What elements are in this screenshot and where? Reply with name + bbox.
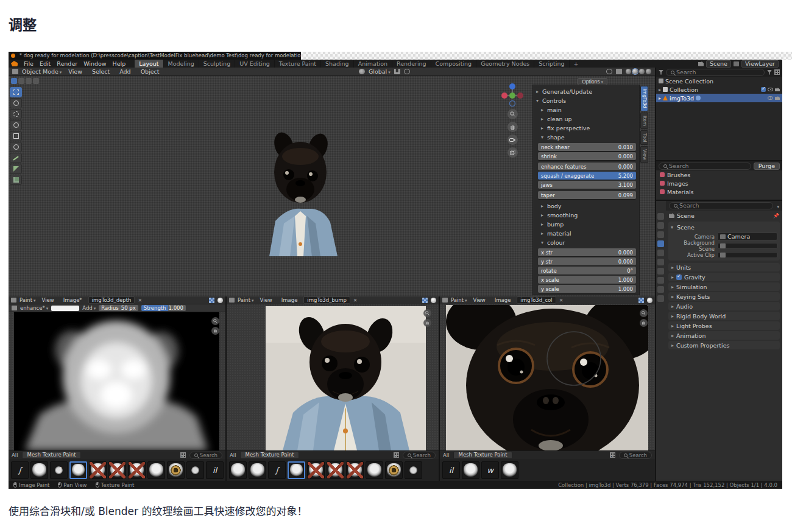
texture-thumbnail[interactable] xyxy=(307,461,325,479)
workspace-tab[interactable]: Sculpting xyxy=(199,60,235,68)
properties-search[interactable]: Search xyxy=(669,202,773,209)
orphan-search[interactable]: Search xyxy=(659,163,751,170)
pin-icon[interactable]: 📌 xyxy=(773,213,779,219)
menu-item[interactable]: File xyxy=(21,60,37,67)
orphan-item[interactable]: Brushes xyxy=(656,170,782,179)
zoom-icon[interactable] xyxy=(640,309,648,317)
unlink-icon[interactable]: ✕ xyxy=(559,298,564,303)
collapsed-panel[interactable]: ▸Audio xyxy=(668,302,780,310)
viewport-menu-item[interactable]: View xyxy=(65,68,85,75)
move-tool[interactable] xyxy=(10,109,22,119)
mode-icon[interactable] xyxy=(18,78,24,84)
brush-icon[interactable] xyxy=(431,298,436,303)
slider[interactable]: rotate0° xyxy=(538,267,636,275)
outliner-search[interactable]: Search xyxy=(666,69,765,76)
subpanel-shape[interactable]: ▾shape xyxy=(536,133,636,142)
shelf-search[interactable]: Search xyxy=(619,452,652,459)
texture-thumbnail[interactable] xyxy=(462,461,479,479)
slider[interactable]: neck shear0.010 xyxy=(538,143,636,151)
cursor-tool[interactable] xyxy=(10,98,22,108)
texture-thumbnail[interactable] xyxy=(405,461,422,479)
workspace-tab[interactable]: Compositing xyxy=(431,60,477,68)
image-menu[interactable]: Image xyxy=(492,297,514,303)
filter-icon[interactable] xyxy=(659,70,663,75)
editor-type-icon[interactable] xyxy=(442,298,448,303)
filter-dropdown-icon[interactable] xyxy=(767,70,772,75)
field-value[interactable]: Camera xyxy=(717,233,777,240)
workspace-tab[interactable]: Texture Paint xyxy=(275,60,321,68)
image-datablock[interactable]: imgTo3d_depth xyxy=(88,296,135,304)
annotate-tool[interactable] xyxy=(10,153,22,163)
view-menu[interactable]: View xyxy=(470,297,489,303)
unlink-icon[interactable]: ✕ xyxy=(353,298,358,303)
viewlayer-selector[interactable]: ViewLayer xyxy=(741,60,779,68)
pan-hand-icon[interactable] xyxy=(640,319,648,327)
pan-hand-icon[interactable] xyxy=(423,319,431,327)
texture-thumbnail[interactable]: 4 xyxy=(50,461,68,479)
texture-thumbnail[interactable] xyxy=(167,461,185,479)
display-mode-icon[interactable] xyxy=(610,452,615,458)
texture-thumbnail[interactable]: ∫ xyxy=(11,461,29,479)
blend-mode-dropdown[interactable]: Add xyxy=(82,305,96,311)
modifier-wrench-icon[interactable] xyxy=(696,96,701,100)
navigation-gizmo[interactable] xyxy=(495,82,529,158)
workspace-tab[interactable]: Shading xyxy=(321,60,354,68)
collapsed-panel[interactable]: ▸Keying Sets xyxy=(668,292,780,301)
proportional-edit-icon[interactable] xyxy=(404,69,410,74)
texture-thumbnail[interactable] xyxy=(128,461,146,479)
subpanel-header[interactable]: ▸material xyxy=(536,229,636,238)
workspace-tab[interactable]: Animation xyxy=(354,60,392,68)
slider[interactable]: y scale1.000 xyxy=(538,285,636,293)
add-cube-tool[interactable] xyxy=(10,175,22,185)
shelf-search[interactable]: Search xyxy=(189,452,222,459)
panel-controls[interactable]: ▾Controls xyxy=(536,96,636,105)
transform-tool[interactable] xyxy=(10,142,22,152)
shelf-category-tab[interactable]: Mesh Texture Paint xyxy=(453,451,513,459)
orphan-item[interactable]: Materials xyxy=(656,187,782,196)
camera-view-icon[interactable] xyxy=(507,135,518,145)
visibility-eye-icon[interactable] xyxy=(768,88,773,91)
workspace-tab[interactable]: Rendering xyxy=(392,60,431,68)
scene-selector[interactable]: Scene xyxy=(706,60,731,68)
viewport-menu-item[interactable]: Object xyxy=(138,68,163,75)
workspace-tab[interactable]: Geometry Nodes xyxy=(476,60,534,68)
texture-thumbnail[interactable]: w xyxy=(481,461,499,479)
subpanel-header[interactable]: ▸bump xyxy=(536,220,636,229)
editor-mode-icons[interactable] xyxy=(11,78,39,84)
editor-type-icon[interactable] xyxy=(12,69,18,74)
constraints-tab-icon[interactable] xyxy=(657,286,664,293)
shading-mode-switch[interactable] xyxy=(626,69,651,74)
paint-mode-dropdown[interactable]: Paint xyxy=(451,297,467,303)
brush-name[interactable]: enhance* xyxy=(20,305,48,311)
subpanel-header[interactable]: ▸body xyxy=(536,201,636,211)
texture-thumbnail[interactable] xyxy=(186,461,204,479)
editor-type-icon[interactable] xyxy=(229,298,235,303)
zoom-icon[interactable] xyxy=(211,317,219,325)
texture-thumbnail[interactable]: il xyxy=(206,461,224,479)
image-menu[interactable]: Image* xyxy=(60,297,85,303)
object-tab-icon[interactable] xyxy=(657,259,664,265)
slider[interactable]: jaws3.100 xyxy=(538,181,636,189)
filter-dropdown[interactable] xyxy=(776,203,779,209)
texture-thumbnail[interactable]: il xyxy=(442,461,460,479)
orientation-dropdown[interactable]: Global xyxy=(369,68,391,75)
texture-thumbnail[interactable] xyxy=(327,461,344,479)
render-camera-icon[interactable] xyxy=(775,88,780,91)
shelf-filter[interactable]: All xyxy=(443,452,450,458)
render-tab-icon[interactable] xyxy=(657,222,664,229)
viewport-3d[interactable]: Options xyxy=(9,76,655,296)
display-mode-icon[interactable] xyxy=(394,452,399,458)
pug-3d-model[interactable] xyxy=(252,125,347,256)
display-mode-icon[interactable] xyxy=(180,452,186,458)
viewport-menu-item[interactable]: Add xyxy=(116,68,133,75)
collapsed-panel[interactable]: ▸Animation xyxy=(668,331,780,340)
workspace-tab[interactable]: UV Editing xyxy=(235,60,275,68)
texture-thumbnail[interactable] xyxy=(69,461,87,479)
subpanel-header[interactable]: ▸main xyxy=(536,105,636,114)
collapsed-panel[interactable]: ▸Units xyxy=(668,263,780,271)
shelf-search[interactable]: Search xyxy=(403,452,436,459)
brush-icon[interactable] xyxy=(217,298,223,303)
selectability-checkbox[interactable] xyxy=(761,87,766,92)
subpanel-header[interactable]: ▸fix perspective xyxy=(536,124,636,133)
scene-tab-icon[interactable] xyxy=(657,240,664,247)
